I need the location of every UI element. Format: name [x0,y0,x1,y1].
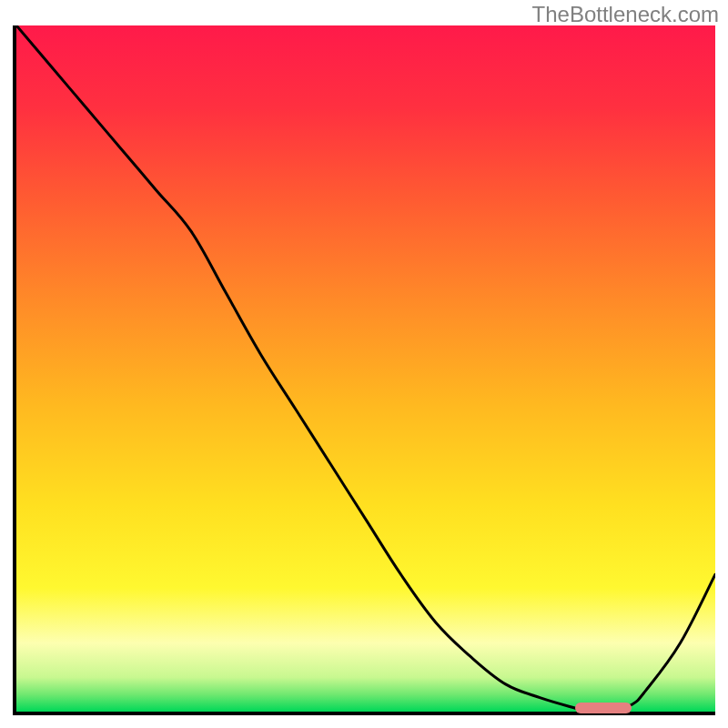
chart-container: TheBottleneck.com [0,0,728,728]
plot-area [13,25,715,715]
svg-rect-0 [16,25,715,712]
optimal-range-marker [575,703,631,713]
gradient-background [16,25,715,712]
watermark-text: TheBottleneck.com [532,2,719,27]
